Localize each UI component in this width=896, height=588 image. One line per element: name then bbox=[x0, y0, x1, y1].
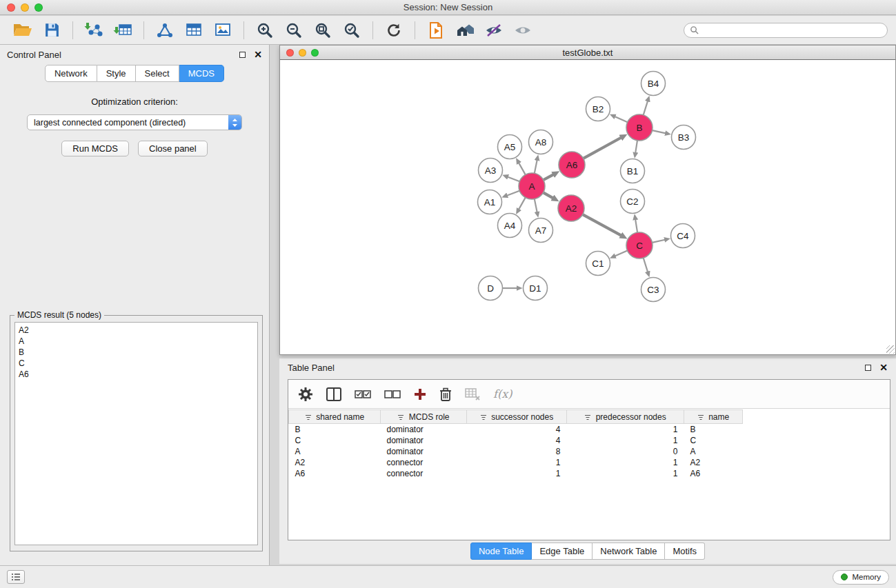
status-bar: Memory bbox=[0, 565, 896, 588]
home-button[interactable] bbox=[450, 18, 479, 43]
table-cell: connector bbox=[381, 457, 467, 468]
graph-node-label: A4 bbox=[504, 221, 516, 231]
float-table-panel-icon[interactable] bbox=[865, 365, 871, 371]
open-document-button[interactable] bbox=[421, 18, 450, 43]
tab-motifs[interactable]: Motifs bbox=[665, 543, 705, 560]
node-table-wrap[interactable]: shared name MCDS role successor nodes pr… bbox=[288, 409, 890, 540]
export-image-icon bbox=[214, 21, 232, 39]
refresh-icon bbox=[385, 21, 403, 39]
float-panel-icon[interactable] bbox=[239, 52, 246, 58]
graph-edge-C-C1[interactable] bbox=[615, 251, 627, 256]
new-table-button[interactable] bbox=[179, 18, 208, 43]
column-header-predecessor-nodes[interactable]: predecessor nodes bbox=[567, 410, 684, 424]
graph-edge-A-A5[interactable] bbox=[519, 163, 526, 174]
run-mcds-button[interactable]: Run MCDS bbox=[61, 141, 129, 156]
export-image-button[interactable] bbox=[208, 18, 237, 43]
mcds-result-item[interactable]: A2 bbox=[19, 325, 254, 336]
search-input[interactable] bbox=[702, 26, 882, 35]
refresh-button[interactable] bbox=[379, 18, 408, 43]
graph-edge-C-C3[interactable] bbox=[644, 258, 648, 272]
table-cell: B bbox=[289, 424, 381, 435]
task-history-button[interactable] bbox=[7, 570, 25, 584]
table-cell: A6 bbox=[684, 468, 743, 479]
table-row[interactable]: Adominator80A bbox=[289, 446, 743, 457]
close-panel-icon[interactable]: ✕ bbox=[254, 51, 262, 58]
graph-edge-C-C4[interactable] bbox=[653, 240, 666, 243]
column-header-MCDS-role[interactable]: MCDS role bbox=[381, 410, 467, 424]
close-window-button[interactable] bbox=[7, 3, 15, 12]
graph-edge-A6-B[interactable] bbox=[584, 138, 621, 159]
hide-graphics-details-button[interactable] bbox=[479, 18, 508, 43]
network-canvas[interactable]: B4B2BB3A8A5A6A3B1AA1C2A2A4A7C4CC1C3DD1 bbox=[280, 60, 895, 354]
import-table-button[interactable] bbox=[108, 18, 137, 43]
graph-edge-A-A8[interactable] bbox=[535, 160, 537, 173]
graph-edge-A-A7[interactable] bbox=[535, 199, 537, 212]
tab-mcds[interactable]: MCDS bbox=[179, 65, 224, 82]
graph-edge-A-A4[interactable] bbox=[519, 198, 526, 210]
mcds-result-item[interactable]: A6 bbox=[19, 369, 254, 380]
zoom-network-window-button[interactable] bbox=[311, 49, 319, 57]
tab-select[interactable]: Select bbox=[136, 65, 179, 82]
zoom-out-button[interactable] bbox=[279, 18, 308, 43]
open-session-button[interactable] bbox=[8, 18, 37, 43]
graph-edge-B-B2[interactable] bbox=[615, 116, 628, 122]
graph-edge-B-B1[interactable] bbox=[635, 141, 637, 153]
show-graphics-details-button[interactable] bbox=[508, 18, 537, 43]
zoom-window-button[interactable] bbox=[34, 3, 43, 12]
deselect-all-button[interactable] bbox=[384, 389, 401, 399]
mcds-result-item[interactable]: A bbox=[19, 336, 254, 347]
delete-column-button[interactable] bbox=[439, 387, 452, 401]
select-all-icon bbox=[355, 389, 371, 399]
close-table-panel-icon[interactable]: ✕ bbox=[879, 364, 888, 371]
close-network-window-button[interactable] bbox=[286, 49, 294, 57]
add-column-button[interactable] bbox=[414, 388, 426, 401]
mcds-result-item[interactable]: B bbox=[19, 347, 254, 358]
graph-edge-B-B3[interactable] bbox=[653, 130, 666, 133]
graph-node-label: C4 bbox=[677, 231, 689, 241]
save-session-button[interactable] bbox=[37, 18, 66, 43]
zoom-in-button[interactable] bbox=[250, 18, 279, 43]
new-network-button[interactable] bbox=[150, 18, 179, 43]
minimize-network-window-button[interactable] bbox=[299, 49, 306, 57]
column-header-successor-nodes[interactable]: successor nodes bbox=[467, 410, 567, 424]
show-columns-button[interactable] bbox=[326, 387, 341, 401]
select-all-button[interactable] bbox=[355, 389, 371, 399]
delete-table-button[interactable] bbox=[465, 388, 480, 401]
table-row[interactable]: A2connector11A2 bbox=[289, 457, 743, 468]
zoom-selected-button[interactable] bbox=[337, 18, 366, 43]
table-cell: 1 bbox=[567, 424, 684, 435]
table-row[interactable]: Cdominator41C bbox=[289, 435, 743, 446]
graph-edge-B-B4[interactable] bbox=[644, 101, 648, 115]
criterion-select[interactable]: largest connected component (directed) bbox=[27, 114, 242, 130]
column-header-name[interactable]: name bbox=[684, 410, 743, 424]
graph-edge-A-A2[interactable] bbox=[544, 192, 553, 198]
table-row[interactable]: Bdominator41B bbox=[289, 424, 743, 435]
new-table-icon bbox=[185, 21, 203, 39]
table-settings-button[interactable] bbox=[298, 387, 313, 402]
tab-style[interactable]: Style bbox=[97, 65, 136, 82]
tab-edge-table[interactable]: Edge Table bbox=[532, 543, 593, 560]
graph-edge-A2-C[interactable] bbox=[583, 214, 621, 236]
tab-network-table[interactable]: Network Table bbox=[593, 543, 665, 560]
graph-edge-C-C2[interactable] bbox=[635, 219, 637, 232]
tab-network[interactable]: Network bbox=[45, 65, 97, 82]
column-header-shared-name[interactable]: shared name bbox=[289, 410, 381, 424]
home-icon bbox=[455, 21, 475, 39]
main-toolbar bbox=[0, 16, 896, 45]
graph-edge-A-A6[interactable] bbox=[544, 174, 554, 180]
graph-edge-A-A3[interactable] bbox=[508, 177, 520, 182]
table-row[interactable]: A6connector11A6 bbox=[289, 468, 743, 479]
minimize-window-button[interactable] bbox=[21, 3, 29, 12]
function-builder-button[interactable]: f(x) bbox=[493, 387, 512, 401]
mcds-result-item[interactable]: C bbox=[19, 358, 254, 369]
zoom-fit-button[interactable] bbox=[308, 18, 337, 43]
close-panel-button[interactable]: Close panel bbox=[138, 141, 208, 156]
graph-edge-A-A1[interactable] bbox=[507, 191, 519, 196]
import-network-icon bbox=[84, 21, 103, 39]
resize-grip[interactable] bbox=[886, 345, 895, 354]
tab-node-table[interactable]: Node Table bbox=[470, 543, 532, 560]
memory-button[interactable]: Memory bbox=[833, 570, 889, 585]
table-cell: dominator bbox=[381, 424, 467, 435]
mcds-result-list[interactable]: A2ABCA6 bbox=[14, 322, 258, 545]
import-network-button[interactable] bbox=[79, 18, 108, 43]
